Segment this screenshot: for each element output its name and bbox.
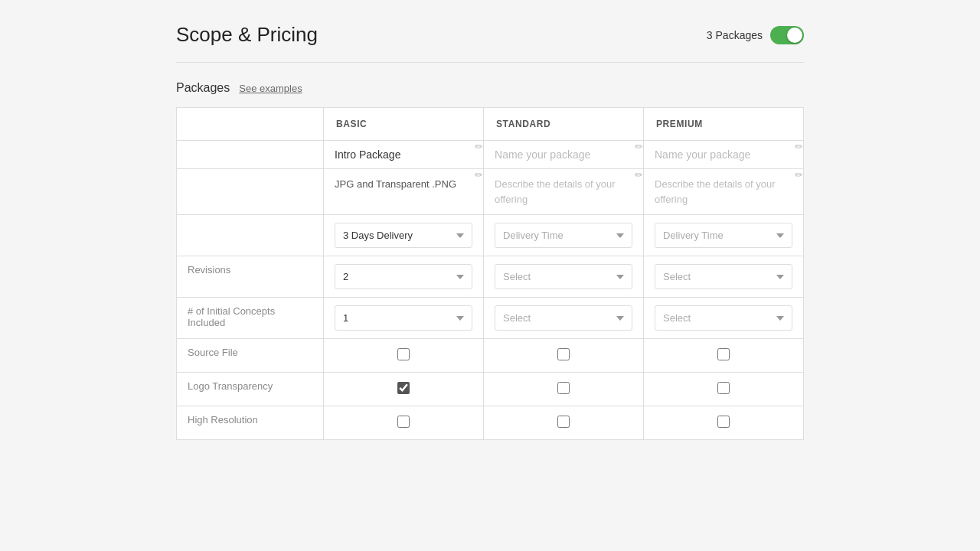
premium-revisions-select[interactable]: Select 1 2 3 5 Unlimited <box>655 264 792 289</box>
delivery-row: 3 Days Delivery 1 Day Delivery 2 Days De… <box>177 215 804 256</box>
basic-package-name[interactable]: Intro Package <box>335 148 400 161</box>
basic-concepts-select[interactable]: 1 2 3 4 5 <box>335 305 472 331</box>
basic-high-res-cell <box>324 406 484 440</box>
standard-logo-transparency-cell <box>484 373 644 406</box>
premium-source-file-cell <box>644 339 804 373</box>
source-file-row: Source File <box>177 339 804 373</box>
premium-package-name[interactable]: Name your package <box>655 148 750 161</box>
basic-concepts-cell: 1 2 3 4 5 <box>324 298 484 339</box>
revisions-label: Revisions <box>177 256 324 298</box>
description-row: JPG and Transparent .PNG ✏ Describe the … <box>177 169 804 215</box>
standard-package-name-cell: Name your package ✏ <box>484 141 644 169</box>
standard-delivery-cell: Delivery Time 1 Day Delivery 2 Days Deli… <box>484 215 644 256</box>
basic-source-file-cell <box>324 339 484 373</box>
premium-concepts-select[interactable]: Select 1 2 3 4 5 <box>655 305 792 331</box>
standard-high-res-cell <box>484 406 644 440</box>
page-title: Scope & Pricing <box>176 23 318 47</box>
basic-logo-transparency-checkbox[interactable] <box>397 382 410 394</box>
standard-high-res-checkbox[interactable] <box>557 416 570 428</box>
concepts-label: # of Initial Concepts Included <box>177 298 324 339</box>
high-resolution-label: High Resolution <box>177 406 324 440</box>
basic-revisions-select[interactable]: 1 2 3 5 Unlimited <box>335 264 472 289</box>
delivery-label <box>177 215 324 256</box>
basic-description[interactable]: JPG and Transparent .PNG <box>335 178 456 190</box>
col-header-standard: STANDARD <box>484 108 644 141</box>
concepts-row: # of Initial Concepts Included 1 2 3 4 5… <box>177 298 804 339</box>
premium-delivery-cell: Delivery Time 1 Day Delivery 2 Days Deli… <box>644 215 804 256</box>
basic-high-res-checkbox[interactable] <box>397 416 410 428</box>
packages-toggle-container: 3 Packages <box>707 26 804 44</box>
premium-description-edit-icon[interactable]: ✏ <box>795 169 803 181</box>
standard-package-name[interactable]: Name your package <box>495 148 590 161</box>
standard-description-edit-icon[interactable]: ✏ <box>635 169 643 181</box>
standard-description-cell: Describe the details of your offering ✏ <box>484 169 644 215</box>
col-header-label <box>177 108 324 141</box>
logo-transparency-label: Logo Transparency <box>177 373 324 406</box>
see-examples-link[interactable]: See examples <box>239 83 302 94</box>
basic-source-file-checkbox[interactable] <box>397 348 410 360</box>
revisions-row: Revisions 1 2 3 5 Unlimited Select 1 2 <box>177 256 804 298</box>
premium-delivery-select[interactable]: Delivery Time 1 Day Delivery 2 Days Deli… <box>655 223 792 248</box>
premium-concepts-cell: Select 1 2 3 4 5 <box>644 298 804 339</box>
standard-delivery-select[interactable]: Delivery Time 1 Day Delivery 2 Days Deli… <box>495 223 632 248</box>
description-label <box>177 169 324 215</box>
col-header-premium: PREMIUM <box>644 108 804 141</box>
standard-source-file-checkbox[interactable] <box>557 348 570 360</box>
header-divider <box>176 62 804 63</box>
premium-logo-transparency-cell <box>644 373 804 406</box>
logo-transparency-row: Logo Transparency <box>177 373 804 406</box>
packages-table: BASIC STANDARD PREMIUM Intro Package ✏ N… <box>176 107 804 440</box>
section-header: Packages See examples <box>176 81 804 95</box>
high-resolution-row: High Resolution <box>177 406 804 440</box>
section-title: Packages <box>176 81 230 95</box>
premium-description-cell: Describe the details of your offering ✏ <box>644 169 804 215</box>
premium-logo-transparency-checkbox[interactable] <box>717 382 730 394</box>
standard-logo-transparency-checkbox[interactable] <box>557 382 570 394</box>
packages-toggle[interactable] <box>770 26 804 44</box>
premium-description[interactable]: Describe the details of your offering <box>655 178 776 205</box>
basic-delivery-select[interactable]: 3 Days Delivery 1 Day Delivery 2 Days De… <box>335 223 472 248</box>
standard-revisions-cell: Select 1 2 3 5 Unlimited <box>484 256 644 298</box>
premium-revisions-cell: Select 1 2 3 5 Unlimited <box>644 256 804 298</box>
basic-delivery-cell: 3 Days Delivery 1 Day Delivery 2 Days De… <box>324 215 484 256</box>
col-header-basic: BASIC <box>324 108 484 141</box>
premium-package-name-cell: Name your package ✏ <box>644 141 804 169</box>
standard-revisions-select[interactable]: Select 1 2 3 5 Unlimited <box>495 264 632 289</box>
page-header: Scope & Pricing 3 Packages <box>176 23 804 47</box>
basic-logo-transparency-cell <box>324 373 484 406</box>
standard-description[interactable]: Describe the details of your offering <box>495 178 616 205</box>
standard-concepts-select[interactable]: Select 1 2 3 4 5 <box>495 305 632 331</box>
standard-package-name-edit-icon[interactable]: ✏ <box>635 141 643 152</box>
premium-source-file-checkbox[interactable] <box>717 348 730 360</box>
basic-package-name-edit-icon[interactable]: ✏ <box>475 141 483 152</box>
standard-source-file-cell <box>484 339 644 373</box>
premium-high-res-cell <box>644 406 804 440</box>
basic-revisions-cell: 1 2 3 5 Unlimited <box>324 256 484 298</box>
source-file-label: Source File <box>177 339 324 373</box>
standard-concepts-cell: Select 1 2 3 4 5 <box>484 298 644 339</box>
toggle-label: 3 Packages <box>707 29 763 41</box>
premium-high-res-checkbox[interactable] <box>717 416 730 428</box>
package-name-row: Intro Package ✏ Name your package ✏ Name… <box>177 141 804 169</box>
basic-description-edit-icon[interactable]: ✏ <box>475 169 483 181</box>
basic-description-cell: JPG and Transparent .PNG ✏ <box>324 169 484 215</box>
package-name-label <box>177 141 324 169</box>
premium-package-name-edit-icon[interactable]: ✏ <box>795 141 803 152</box>
basic-package-name-cell: Intro Package ✏ <box>324 141 484 169</box>
toggle-knob <box>787 28 802 43</box>
